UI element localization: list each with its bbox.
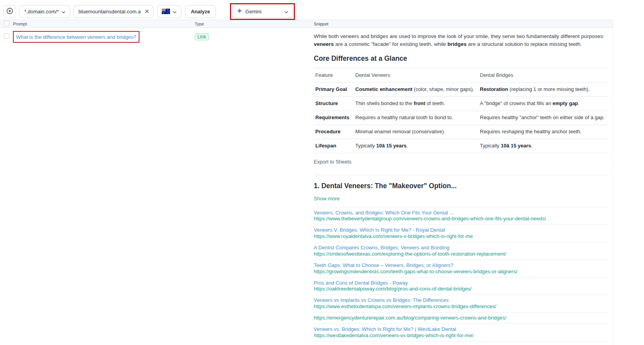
select-all-checkbox[interactable] (4, 21, 9, 26)
comparison-row: Primary Goal Cosmetic enhancement (color… (314, 83, 609, 97)
table-header-row: Prompt Type Snippet (0, 20, 613, 28)
model-dropdown-value: Gemini (245, 9, 261, 15)
chevron-down-icon (62, 9, 65, 15)
feature-cell: Lifespan (314, 142, 354, 150)
result-url-link[interactable]: https://oaktreedentalpoway.com/blog/pros… (314, 286, 609, 292)
comparison-header-bridges: Dental Bridges (478, 72, 609, 79)
result-link-item: Teeth Gaps: What to Choose – Veneers, Br… (314, 260, 609, 278)
result-link-item: Veneers vs Implants vs Crowns vs Bridges… (314, 295, 609, 312)
result-link-item: Pros and Cons of Dental Bridges - Poway … (314, 278, 609, 295)
toolbar: *.domain.com/* bluemountainsdental.com.a (0, 0, 644, 20)
result-title-link[interactable]: Veneers, Crowns, and Bridges: Which One … (314, 210, 609, 216)
gemini-sparkle-icon (237, 8, 242, 15)
comparison-header-row: Feature Dental Veneers Dental Bridges (314, 68, 609, 83)
bridges-cell: Requires healthy "anchor" teeth on eithe… (478, 114, 609, 122)
result-url-link[interactable]: https://emergencydenturerepair.com.au/bl… (314, 315, 609, 321)
comparison-title: Core Differences at a Glance (314, 54, 609, 64)
type-cell: Link (195, 30, 314, 40)
chevron-down-icon (173, 9, 177, 15)
site-input-value: bluemountainsdental.com.a (78, 9, 141, 15)
snippet-cell: While both veneers and bridges are used … (314, 30, 613, 345)
result-url-link[interactable]: https://www.royaldentalva.com/veneers-v-… (314, 233, 609, 240)
comparison-row: Lifespan Typically 10â 15 years. Typical… (314, 139, 609, 153)
veneers-cell: Cosmetic enhancement (color, shape, mino… (354, 86, 478, 93)
country-dropdown[interactable] (157, 5, 181, 18)
row-checkbox[interactable] (4, 33, 9, 39)
veneers-cell: Requires a healthy natural tooth to bond… (354, 114, 478, 122)
feature-cell: Primary Goal (314, 86, 354, 93)
result-link-item: Veneers vs. Bridges: Which Is Right for … (314, 324, 609, 341)
table-row: What is the difference between veneers a… (0, 28, 613, 345)
comparison-table: Feature Dental Veneers Dental Bridges Pr… (314, 68, 609, 153)
domain-filter-dropdown[interactable]: *.domain.com/* (20, 5, 70, 18)
feature-cell: Requirements (314, 114, 354, 122)
result-title-link[interactable]: Pros and Cons of Dental Bridges - Poway (314, 280, 609, 286)
result-title-link[interactable]: Veneers vs. Bridges: Which Is Right for … (314, 326, 609, 332)
clear-input-icon[interactable] (145, 9, 149, 13)
chevron-down-icon (284, 9, 288, 15)
bridges-cell: Typically 10â 15 years. (478, 142, 609, 150)
bridges-cell: A "bridge" of crowns that fills an empty… (478, 100, 609, 107)
app-window: *.domain.com/* bluemountainsdental.com.a (0, 0, 644, 345)
result-link-item: Veneers V. Bridges: Which Is Right for M… (314, 225, 609, 242)
result-link-item: Veneers, Crowns, and Bridges: Which One … (314, 207, 609, 225)
section-heading: 1. Dental Veneers: The "Makeover" Option… (314, 181, 609, 191)
veneers-cell: Minimal enamel removal (conservative). (354, 128, 478, 136)
bridges-cell: Requires reshaping the healthy anchor te… (478, 128, 609, 136)
column-header-snippet: Snippet (314, 22, 613, 26)
prompt-cell: What is the difference between veneers a… (13, 30, 195, 43)
intro-text: While both veneers and bridges are used … (314, 33, 604, 39)
australia-flag-icon (162, 9, 170, 14)
intro-text: are a structural solution to replace mis… (467, 41, 582, 47)
result-link-item: https://emergencydenturerepair.com.au/bl… (314, 312, 609, 324)
site-input[interactable]: bluemountainsdental.com.a (74, 5, 154, 18)
bridges-cell: Restoration (replacing 1 or more missing… (478, 86, 609, 93)
result-url-link[interactable]: https://westlakedentalva.com/veneers-vs-… (314, 332, 609, 339)
result-link-item: A Dentist Compares Crowns, Bridges, Vene… (314, 242, 609, 260)
veneers-cell: Thin shells bonded to the front of teeth… (354, 100, 478, 107)
result-title-link[interactable]: Teeth Gaps: What to Choose – Veneers, Br… (314, 262, 609, 269)
comparison-row: Requirements Requires a healthy natural … (314, 111, 609, 125)
intro-bold: bridges (447, 41, 467, 47)
prompt-annotation-box: What is the difference between veneers a… (13, 31, 139, 43)
result-title-link[interactable]: Veneers V. Bridges: Which Is Right for M… (314, 227, 609, 233)
comparison-row: Structure Thin shells bonded to the fron… (314, 97, 609, 111)
result-url-link[interactable]: https://growingsmilesdentists.com/teeth-… (314, 269, 609, 275)
model-dropdown[interactable]: Gemini (232, 5, 293, 18)
add-filter-button[interactable] (3, 5, 16, 18)
section-divider (314, 175, 609, 175)
veneers-cell: Typically 10â 15 years. (354, 142, 478, 150)
column-header-prompt: Prompt (13, 22, 195, 26)
result-title-link[interactable]: Veneers vs Implants vs Crowns vs Bridges… (314, 297, 609, 303)
model-dropdown-annotation-box: Gemini (230, 3, 295, 20)
result-title-link[interactable]: A Dentist Compares Crowns, Bridges, Vene… (314, 245, 609, 251)
comparison-header-veneers: Dental Veneers (354, 72, 478, 79)
comparison-header-feature: Feature (314, 72, 354, 79)
type-badge: Link (195, 33, 209, 40)
snippet-intro: While both veneers and bridges are used … (314, 33, 609, 48)
prompt-link[interactable]: What is the difference between veneers a… (16, 34, 136, 40)
result-url-link[interactable]: https://www.thebeverlydentalgroup.com/ve… (314, 216, 609, 222)
result-link-item: Pros and Cons of Dental Bridges | Dentis… (314, 341, 609, 345)
domain-filter-value: *.domain.com/* (24, 9, 59, 15)
column-header-type: Type (195, 22, 314, 26)
comparison-row: Procedure Minimal enamel removal (conser… (314, 125, 609, 139)
result-url-link[interactable]: https://www.esthetixdentalspa.com/veneer… (314, 303, 609, 310)
result-title-link[interactable]: Pros and Cons of Dental Bridges | Dentis… (314, 344, 609, 345)
results-table: Prompt Type Snippet What is the differen… (0, 20, 613, 345)
result-url-link[interactable]: https://smilesofwesttexas.com/exploring-… (314, 251, 609, 257)
intro-text: are a cosmetic "facade" for existing tee… (334, 41, 447, 47)
export-to-sheets-link[interactable]: Export to Sheets (314, 158, 609, 166)
feature-cell: Structure (314, 100, 354, 107)
show-more-link[interactable]: Show more (314, 195, 609, 203)
feature-cell: Procedure (314, 128, 354, 136)
analyze-button[interactable]: Analyze (185, 5, 216, 18)
plus-circle-icon (6, 7, 13, 16)
source-links-list: Veneers, Crowns, and Bridges: Which One … (314, 207, 609, 345)
intro-bold: veneers (314, 41, 334, 47)
